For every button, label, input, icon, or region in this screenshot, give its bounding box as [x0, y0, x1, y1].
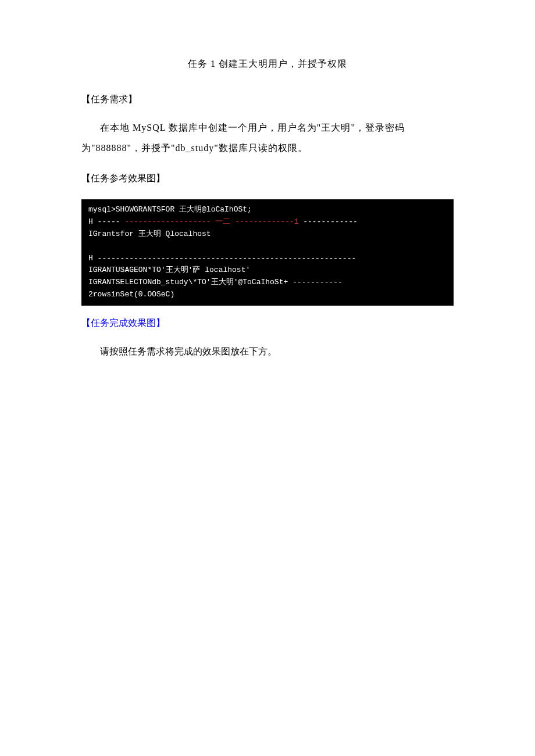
terminal-line-4	[88, 241, 447, 253]
requirement-heading: 【任务需求】	[81, 94, 454, 106]
terminal-line-6: IGRANTUSAGEON*TO'王大明'萨 localhost'	[88, 264, 447, 277]
requirement-body: 在本地 MySQL 数据库中创建一个用户，用户名为"王大明"，登录密码为"888…	[81, 117, 454, 158]
page-title: 任务 1 创建王大明用户，并授予权限	[81, 58, 454, 70]
terminal-line-5: H --------------------------------------…	[88, 253, 447, 265]
terminal-line-8: 2rowsinSet(0.OOSeC)	[88, 289, 447, 301]
terminal-line-3: IGrantsfor 王大明 Qlocalhost	[88, 228, 447, 241]
reference-heading: 【任务参考效果图】	[81, 173, 454, 185]
terminal-line-2-red: ------------------- 一二 -------------1	[124, 217, 298, 226]
terminal-line-2-suffix: ------------	[298, 217, 357, 226]
completion-body: 请按照任务需求将完成的效果图放在下方。	[81, 341, 454, 361]
completion-heading: 【任务完成效果图】	[81, 317, 454, 329]
terminal-line-2: H ----- ------------------- 一二 ---------…	[88, 216, 447, 228]
terminal-line-2-prefix: H -----	[88, 217, 124, 226]
terminal-output: mysql>SHOWGRANTSFOR 王大明@loCaIhOSt; H ---…	[81, 199, 454, 305]
terminal-line-7: IGRANTSELECTONdb_study\*TO'王大明'@ToCaIhoS…	[88, 277, 447, 289]
terminal-line-1: mysql>SHOWGRANTSFOR 王大明@loCaIhOSt;	[88, 204, 447, 216]
